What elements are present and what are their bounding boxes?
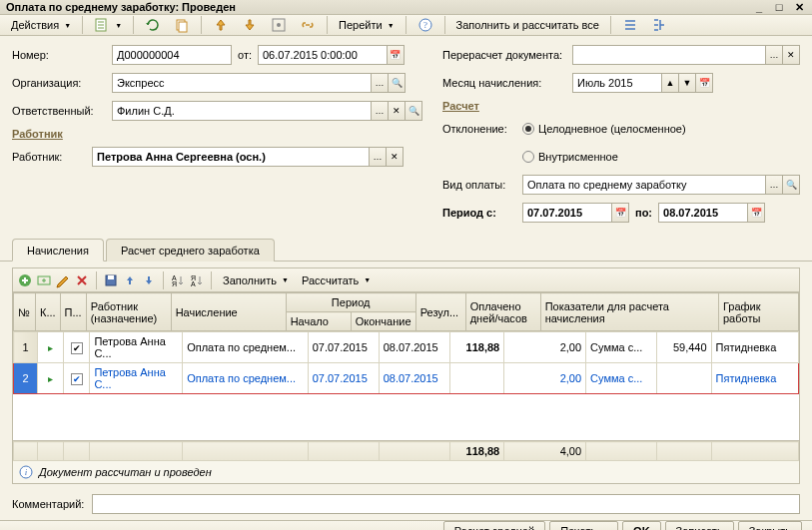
checkbox[interactable]: ✔ (71, 373, 83, 385)
radio-fullday-label: Целодневное (целосменное) (538, 123, 686, 135)
col-end[interactable]: Окончание (351, 312, 415, 331)
select-icon[interactable]: … (765, 175, 783, 195)
period-to-label: по: (635, 207, 652, 219)
status-text: Документ рассчитан и проведен (39, 466, 212, 478)
col-period[interactable]: Период (286, 293, 415, 312)
close-button[interactable]: Закрыть (738, 521, 802, 530)
tab-accruals[interactable]: Начисления (12, 239, 104, 262)
month-input[interactable]: Июль 2015 (572, 73, 662, 93)
number-input[interactable]: Д000000004 (112, 45, 232, 65)
calendar-icon[interactable]: 📅 (695, 73, 713, 93)
flag-icon: ▸ (48, 373, 53, 384)
save-button[interactable]: Записать (665, 521, 734, 530)
paytype-input[interactable]: Оплата по среднему заработку (522, 175, 766, 195)
select-icon[interactable]: … (371, 101, 389, 121)
comment-input[interactable] (92, 494, 800, 514)
col-schedule[interactable]: График работы (719, 293, 799, 331)
col-p[interactable]: П... (60, 293, 86, 331)
resp-label: Ответственный: (12, 105, 112, 117)
period-from-input[interactable]: 07.07.2015 (522, 203, 612, 223)
radio-fullday[interactable] (522, 123, 534, 135)
close-icon[interactable]: ✕ (792, 0, 806, 14)
tabs: Начисления Расчет среднего заработка (0, 238, 812, 262)
grid-fill-menu[interactable]: Заполнить▼ (218, 272, 294, 288)
grid-toolbar: AЯ ЯA Заполнить▼ Рассчитать▼ (13, 268, 799, 292)
sort-desc-icon[interactable]: ЯA (189, 272, 205, 288)
col-num[interactable]: № (14, 293, 36, 331)
clear-icon[interactable]: ✕ (386, 147, 404, 167)
resp-input[interactable]: Филин С.Д. (112, 101, 372, 121)
calc-avg-button[interactable]: Расчет средней (443, 521, 545, 530)
tree-icon[interactable] (646, 15, 672, 35)
col-result[interactable]: Резул... (415, 293, 465, 331)
add-icon[interactable] (17, 272, 33, 288)
month-down-icon[interactable]: ▼ (678, 73, 696, 93)
col-accrual[interactable]: Начисление (171, 293, 286, 331)
tab-avg-calc[interactable]: Расчет среднего заработка (106, 239, 275, 262)
radio-intrashift[interactable] (522, 151, 534, 163)
save-icon[interactable] (103, 272, 119, 288)
link-icon[interactable] (295, 15, 321, 35)
search-icon[interactable]: 🔍 (405, 101, 422, 121)
grid-calc-menu[interactable]: Рассчитать▼ (297, 272, 376, 288)
calendar-icon[interactable]: 📅 (387, 45, 405, 65)
copy-icon[interactable] (169, 15, 195, 35)
window-title: Оплата по среднему заработку: Проведен (6, 1, 752, 13)
table-row[interactable]: 2 ▸ ✔ Петрова Анна С... Оплата по средне… (14, 363, 799, 394)
period-from-label: Период с: (442, 207, 522, 219)
goto-menu[interactable]: Перейти▼ (334, 17, 400, 33)
calendar-icon[interactable]: 📅 (611, 203, 629, 223)
col-start[interactable]: Начало (286, 312, 351, 331)
svg-text:A: A (191, 280, 196, 287)
comment-label: Комментарий: (12, 498, 84, 510)
delete-icon[interactable] (74, 272, 90, 288)
recalc-label: Перерасчет документа: (442, 49, 572, 61)
nav-down-icon[interactable] (237, 15, 263, 35)
col-worker[interactable]: Работник (назначение) (86, 293, 171, 331)
radio-intrashift-label: Внутрисменное (538, 151, 618, 163)
refresh-icon[interactable] (140, 15, 166, 35)
org-label: Организация: (12, 77, 112, 89)
fill-and-calculate-button[interactable]: Заполнить и рассчитать все (451, 17, 604, 33)
actions-menu[interactable]: Действия▼ (6, 17, 76, 33)
date-input[interactable]: 06.07.2015 0:00:00 (258, 45, 388, 65)
nav-up-icon[interactable] (208, 15, 234, 35)
checkbox[interactable]: ✔ (71, 342, 83, 354)
calendar-icon[interactable]: 📅 (747, 203, 765, 223)
paytype-label: Вид оплаты: (442, 179, 522, 191)
select-icon[interactable]: … (371, 73, 389, 93)
settings-icon[interactable] (266, 15, 292, 35)
minimize-icon[interactable]: _ (752, 0, 766, 14)
ok-button[interactable]: OK (622, 521, 661, 530)
grid-header: № К... П... Работник (назначение) Начисл… (13, 292, 799, 331)
period-to-input[interactable]: 08.07.2015 (658, 203, 748, 223)
search-icon[interactable]: 🔍 (782, 175, 800, 195)
select-icon[interactable]: … (369, 147, 387, 167)
insert-icon[interactable] (36, 272, 52, 288)
number-label: Номер: (12, 49, 112, 61)
list-icon[interactable] (617, 15, 643, 35)
svg-point-4 (277, 23, 281, 27)
org-input[interactable]: Экспресс (112, 73, 372, 93)
col-paid[interactable]: Оплачено дней/часов (465, 293, 540, 331)
titlebar: Оплата по среднему заработку: Проведен _… (0, 0, 812, 15)
col-indicators[interactable]: Показатели для расчета начисления (540, 293, 718, 331)
search-icon[interactable]: 🔍 (388, 73, 406, 93)
worker-input[interactable]: Петрова Анна Сергеевна (осн.) (92, 147, 370, 167)
move-down-icon[interactable] (141, 272, 157, 288)
sort-asc-icon[interactable]: AЯ (170, 272, 186, 288)
select-icon[interactable]: … (765, 45, 783, 65)
table-row[interactable]: 1 ▸ ✔ Петрова Анна С... Оплата по средне… (14, 332, 799, 363)
print-button[interactable]: Печать▼ (549, 521, 618, 530)
post-icon[interactable]: ▼ (89, 15, 127, 35)
edit-icon[interactable] (55, 272, 71, 288)
col-k[interactable]: К... (36, 293, 61, 331)
help-icon[interactable]: ? (412, 15, 438, 35)
clear-icon[interactable]: ✕ (388, 101, 406, 121)
month-up-icon[interactable]: ▲ (661, 73, 679, 93)
move-up-icon[interactable] (122, 272, 138, 288)
recalc-input[interactable] (572, 45, 766, 65)
bottom-bar: Расчет средней Печать▼ OK Записать Закры… (0, 520, 812, 530)
clear-icon[interactable]: ✕ (782, 45, 800, 65)
maximize-icon[interactable]: □ (772, 0, 786, 14)
